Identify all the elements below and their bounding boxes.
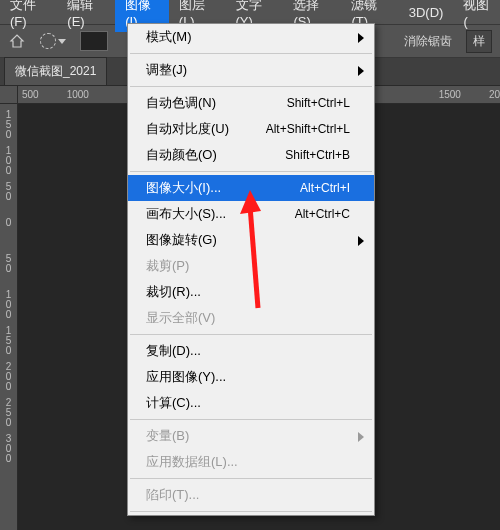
ellipse-marquee-icon (40, 33, 56, 49)
menu-3d[interactable]: 3D(D) (399, 2, 454, 23)
menu-item-apply-image[interactable]: 应用图像(Y)... (128, 364, 374, 390)
ruler-v-tick: 0 (0, 212, 17, 248)
ruler-origin[interactable] (0, 86, 18, 104)
ruler-v-tick: 300 (0, 428, 17, 464)
ruler-vertical[interactable]: 150 100 50 0 50 100 150 200 250 300 (0, 104, 18, 530)
mode-swatch[interactable] (80, 31, 108, 51)
menu-item-auto-contrast[interactable]: 自动对比度(U)Alt+Shift+Ctrl+L (128, 116, 374, 142)
home-icon[interactable] (8, 32, 26, 50)
ruler-h-tick: 1000 (67, 89, 89, 100)
menu-separator (130, 86, 372, 87)
marquee-tool-selector[interactable] (40, 33, 66, 49)
image-menu-dropdown: 模式(M) 调整(J) 自动色调(N)Shift+Ctrl+L 自动对比度(U)… (127, 23, 375, 516)
menu-item-reveal-all: 显示全部(V) (128, 305, 374, 331)
ruler-h-tick: 500 (22, 89, 39, 100)
menu-item-variables: 变量(B) (128, 423, 374, 449)
menu-item-trap: 陷印(T)... (128, 482, 374, 508)
menu-file[interactable]: 文件(F) (0, 0, 57, 32)
antialias-label: 消除锯齿 (404, 33, 452, 50)
menu-item-mode[interactable]: 模式(M) (128, 24, 374, 50)
ruler-v-tick: 150 (0, 104, 17, 140)
menu-separator (130, 171, 372, 172)
menu-item-trim[interactable]: 裁切(R)... (128, 279, 374, 305)
menu-item-apply-dataset: 应用数据组(L)... (128, 449, 374, 475)
menu-item-image-size[interactable]: 图像大小(I)...Alt+Ctrl+I (128, 175, 374, 201)
menu-edit[interactable]: 编辑(E) (57, 0, 115, 32)
chevron-down-icon (58, 39, 66, 44)
menu-item-image-rotation[interactable]: 图像旋转(G) (128, 227, 374, 253)
menu-separator (130, 334, 372, 335)
menu-item-auto-color[interactable]: 自动颜色(O)Shift+Ctrl+B (128, 142, 374, 168)
ruler-v-tick: 100 (0, 284, 17, 320)
document-tab[interactable]: 微信截图_2021 (4, 57, 107, 85)
ruler-h-tick: 20 (489, 89, 500, 100)
menu-separator (130, 53, 372, 54)
ruler-h-tick: 1500 (439, 89, 461, 100)
menu-separator (130, 419, 372, 420)
ruler-v-tick: 100 (0, 140, 17, 176)
menu-item-crop: 裁剪(P) (128, 253, 374, 279)
menu-item-adjustments[interactable]: 调整(J) (128, 57, 374, 83)
menu-separator (130, 511, 372, 512)
style-button[interactable]: 样 (466, 30, 492, 53)
ruler-v-tick: 50 (0, 176, 17, 212)
ruler-v-tick: 200 (0, 356, 17, 392)
menu-view[interactable]: 视图( (453, 0, 500, 32)
menu-separator (130, 478, 372, 479)
ruler-v-tick: 50 (0, 248, 17, 284)
menu-item-duplicate[interactable]: 复制(D)... (128, 338, 374, 364)
menu-item-calculations[interactable]: 计算(C)... (128, 390, 374, 416)
menu-item-auto-tone[interactable]: 自动色调(N)Shift+Ctrl+L (128, 90, 374, 116)
menu-item-canvas-size[interactable]: 画布大小(S)...Alt+Ctrl+C (128, 201, 374, 227)
document-tab-title: 微信截图_2021 (15, 63, 96, 80)
ruler-v-tick: 150 (0, 320, 17, 356)
ruler-v-tick: 250 (0, 392, 17, 428)
